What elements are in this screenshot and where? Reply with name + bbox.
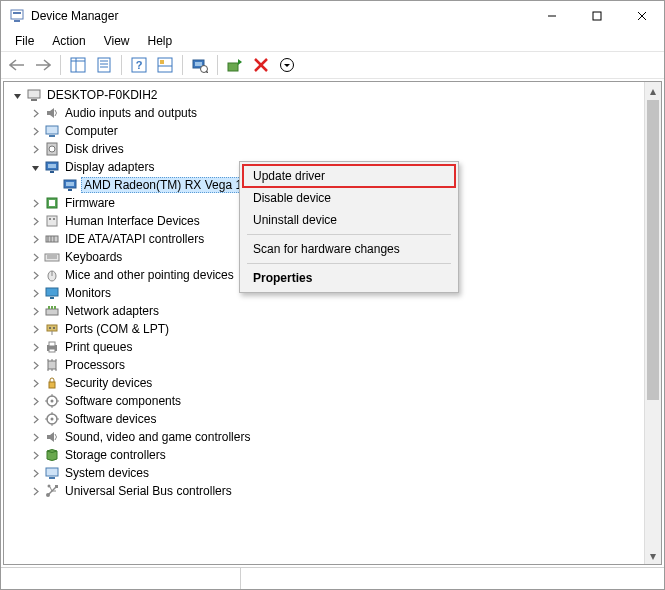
uninstall-device-button[interactable] xyxy=(249,54,273,76)
tree-category-node[interactable]: Network adapters xyxy=(8,302,661,320)
tree-category-node[interactable]: Audio inputs and outputs xyxy=(8,104,661,122)
svg-rect-20 xyxy=(195,62,202,66)
toolbar: ? xyxy=(1,51,664,79)
chevron-right-icon[interactable] xyxy=(28,430,42,444)
svg-rect-66 xyxy=(48,361,56,369)
menu-view[interactable]: View xyxy=(96,32,138,50)
status-cell xyxy=(1,568,241,589)
ide-icon xyxy=(44,231,60,247)
svg-text:?: ? xyxy=(136,59,143,71)
chevron-right-icon[interactable] xyxy=(28,340,42,354)
chevron-right-icon[interactable] xyxy=(28,142,42,156)
chevron-right-icon[interactable] xyxy=(28,286,42,300)
forward-button[interactable] xyxy=(31,54,55,76)
chevron-right-icon[interactable] xyxy=(28,466,42,480)
menu-action[interactable]: Action xyxy=(44,32,93,50)
tree-node-label: Monitors xyxy=(63,286,113,300)
tree-category-node[interactable]: Storage controllers xyxy=(8,446,661,464)
back-button[interactable] xyxy=(5,54,29,76)
tree-category-node[interactable]: Computer xyxy=(8,122,661,140)
svg-point-60 xyxy=(49,327,51,329)
tree-category-node[interactable]: Ports (COM & LPT) xyxy=(8,320,661,338)
device-manager-window: Device Manager File Action View Help ? xyxy=(0,0,665,590)
close-button[interactable] xyxy=(619,1,664,31)
print-icon xyxy=(44,339,60,355)
tree-category-node[interactable]: Universal Serial Bus controllers xyxy=(8,482,661,500)
tree-category-node[interactable]: Disk drives xyxy=(8,140,661,158)
menu-file[interactable]: File xyxy=(7,32,42,50)
tree-category-node[interactable]: Software devices xyxy=(8,410,661,428)
chevron-right-icon[interactable] xyxy=(28,394,42,408)
chevron-right-icon[interactable] xyxy=(28,124,42,138)
tree-node-label: Audio inputs and outputs xyxy=(63,106,199,120)
tree-node-label: Security devices xyxy=(63,376,154,390)
tree-category-node[interactable]: System devices xyxy=(8,464,661,482)
tree-category-node[interactable]: Print queues xyxy=(8,338,661,356)
chevron-right-icon[interactable] xyxy=(28,106,42,120)
tree-node-label: Keyboards xyxy=(63,250,124,264)
tree-category-node[interactable]: Security devices xyxy=(8,374,661,392)
maximize-button[interactable] xyxy=(574,1,619,31)
tree-node-label: Display adapters xyxy=(63,160,156,174)
menu-help[interactable]: Help xyxy=(140,32,181,50)
chevron-right-icon[interactable] xyxy=(28,358,42,372)
context-menu-item[interactable]: Disable device xyxy=(243,187,455,209)
chevron-right-icon[interactable] xyxy=(28,196,42,210)
more-actions-button[interactable] xyxy=(275,54,299,76)
chevron-right-icon[interactable] xyxy=(28,268,42,282)
vertical-scrollbar[interactable]: ▴ ▾ xyxy=(644,82,661,564)
context-menu-item[interactable]: Scan for hardware changes xyxy=(243,238,455,260)
chevron-right-icon[interactable] xyxy=(28,250,42,264)
context-menu-item[interactable]: Properties xyxy=(243,267,455,289)
chevron-right-icon[interactable] xyxy=(28,376,42,390)
tree-root-node[interactable]: DESKTOP-F0KDIH2 xyxy=(8,86,661,104)
tree-node-label: Network adapters xyxy=(63,304,161,318)
svg-rect-59 xyxy=(47,325,57,331)
tree-category-node[interactable]: Software components xyxy=(8,392,661,410)
tree-category-node[interactable]: Processors xyxy=(8,356,661,374)
disk-icon xyxy=(44,141,60,157)
update-driver-button[interactable] xyxy=(223,54,247,76)
context-menu-item[interactable]: Uninstall device xyxy=(243,209,455,231)
chevron-down-icon[interactable] xyxy=(28,160,42,174)
context-menu-item[interactable]: Update driver xyxy=(242,164,456,188)
chevron-right-icon[interactable] xyxy=(28,448,42,462)
system-icon xyxy=(44,465,60,481)
chevron-down-icon[interactable] xyxy=(10,88,24,102)
tree-node-label: Print queues xyxy=(63,340,134,354)
chevron-right-icon[interactable] xyxy=(28,322,42,336)
svg-rect-54 xyxy=(50,297,54,299)
svg-rect-87 xyxy=(49,477,55,479)
show-hide-tree-button[interactable] xyxy=(66,54,90,76)
scrollbar-thumb[interactable] xyxy=(647,100,659,400)
chevron-right-icon[interactable] xyxy=(28,304,42,318)
security-icon xyxy=(44,375,60,391)
svg-rect-40 xyxy=(49,200,55,206)
storage-icon xyxy=(44,447,60,463)
scroll-down-button[interactable]: ▾ xyxy=(645,547,661,564)
svg-rect-2 xyxy=(13,12,21,14)
action-view-button[interactable] xyxy=(153,54,177,76)
help-button[interactable]: ? xyxy=(127,54,151,76)
mouse-icon xyxy=(44,267,60,283)
firmware-icon xyxy=(44,195,60,211)
tree-category-node[interactable]: Sound, video and game controllers xyxy=(8,428,661,446)
scan-hardware-button[interactable] xyxy=(188,54,212,76)
device-tree[interactable]: DESKTOP-F0KDIH2 Audio inputs and outputs… xyxy=(3,81,662,565)
svg-rect-41 xyxy=(47,216,57,226)
chevron-right-icon[interactable] xyxy=(28,232,42,246)
scroll-up-button[interactable]: ▴ xyxy=(645,82,661,99)
tree-node-label: Processors xyxy=(63,358,127,372)
chevron-right-icon[interactable] xyxy=(28,412,42,426)
title-bar[interactable]: Device Manager xyxy=(1,1,664,31)
svg-point-32 xyxy=(49,146,55,152)
svg-rect-35 xyxy=(50,171,54,173)
svg-rect-23 xyxy=(228,63,238,71)
tree-node-label: DESKTOP-F0KDIH2 xyxy=(45,88,159,102)
chevron-right-icon[interactable] xyxy=(28,214,42,228)
minimize-button[interactable] xyxy=(529,1,574,31)
chevron-right-icon[interactable] xyxy=(28,484,42,498)
svg-rect-27 xyxy=(28,90,40,98)
properties-button[interactable] xyxy=(92,54,116,76)
usb-icon xyxy=(44,483,60,499)
